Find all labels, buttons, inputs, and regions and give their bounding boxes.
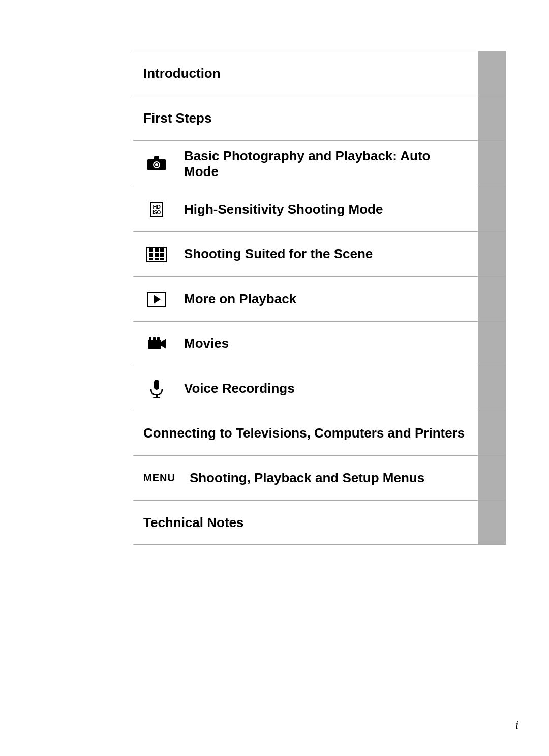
- svg-rect-7: [155, 248, 159, 252]
- toc-row: Connecting to Televisions, Computers and…: [133, 411, 506, 455]
- svg-rect-1: [154, 156, 159, 160]
- svg-rect-15: [148, 340, 161, 349]
- svg-rect-8: [160, 248, 164, 252]
- svg-rect-13: [155, 258, 159, 260]
- toc-item-playback: More on Playback: [133, 277, 478, 321]
- iso-icon: HD ISO: [143, 202, 170, 217]
- toc-item-movies: Movies: [133, 322, 478, 366]
- toc-tab-connecting: [478, 411, 506, 455]
- toc-item-high-sensitivity: HD ISO High-Sensitivity Shooting Mode: [133, 187, 478, 231]
- toc-tab-high-sensitivity: [478, 187, 506, 231]
- svg-rect-21: [156, 395, 158, 397]
- toc-tab-technical: [478, 501, 506, 544]
- svg-rect-12: [149, 258, 153, 260]
- svg-rect-14: [160, 258, 164, 260]
- toc-item-basic-photography: Basic Photography and Playback: Auto Mod…: [133, 141, 478, 187]
- toc-row: MENU Shooting, Playback and Setup Menus: [133, 455, 506, 500]
- toc-label-technical: Technical Notes: [143, 515, 243, 531]
- svg-rect-17: [149, 337, 151, 340]
- toc-item-scene: Shooting Suited for the Scene: [133, 232, 478, 276]
- svg-rect-19: [157, 337, 160, 340]
- toc-label-playback: More on Playback: [184, 291, 296, 307]
- movie-icon: [143, 336, 170, 352]
- toc-row: Basic Photography and Playback: Auto Mod…: [133, 140, 506, 187]
- toc-item-introduction: Introduction: [133, 51, 478, 96]
- page-container: Introduction First Steps: [0, 0, 549, 756]
- svg-point-4: [155, 163, 158, 166]
- toc-tab-scene: [478, 232, 506, 276]
- toc-label-first-steps: First Steps: [143, 110, 211, 126]
- toc-item-first-steps: First Steps: [133, 96, 478, 140]
- svg-marker-16: [161, 339, 166, 349]
- toc-label-basic-photography: Basic Photography and Playback: Auto Mod…: [184, 148, 468, 180]
- play-icon: [143, 292, 170, 307]
- toc-row: Shooting Suited for the Scene: [133, 231, 506, 276]
- svg-rect-5: [162, 161, 164, 162]
- toc-label-high-sensitivity: High-Sensitivity Shooting Mode: [184, 201, 383, 217]
- page-number: i: [515, 718, 518, 732]
- toc-tab-introduction: [478, 51, 506, 96]
- toc-row: Technical Notes: [133, 500, 506, 545]
- toc-table: Introduction First Steps: [133, 51, 506, 545]
- svg-rect-9: [149, 253, 153, 257]
- toc-row: HD ISO High-Sensitivity Shooting Mode: [133, 187, 506, 231]
- toc-item-technical: Technical Notes: [133, 501, 478, 544]
- svg-rect-20: [154, 380, 159, 390]
- toc-label-scene: Shooting Suited for the Scene: [184, 246, 373, 262]
- toc-tab-first-steps: [478, 96, 506, 140]
- toc-tab-voice: [478, 366, 506, 411]
- svg-rect-11: [160, 253, 164, 257]
- svg-rect-22: [153, 397, 160, 398]
- toc-label-introduction: Introduction: [143, 66, 221, 81]
- svg-rect-10: [155, 253, 159, 257]
- toc-label-connecting: Connecting to Televisions, Computers and…: [143, 425, 465, 441]
- toc-label-voice: Voice Recordings: [184, 381, 295, 396]
- toc-row: First Steps: [133, 96, 506, 140]
- toc-row: Voice Recordings: [133, 366, 506, 411]
- camera-icon: [143, 156, 170, 171]
- scene-icon: [143, 247, 170, 262]
- toc-tab-playback: [478, 277, 506, 321]
- toc-label-menus: Shooting, Playback and Setup Menus: [190, 470, 424, 486]
- toc-item-voice: Voice Recordings: [133, 366, 478, 411]
- toc-tab-basic-photography: [478, 141, 506, 187]
- toc-row: Introduction: [133, 51, 506, 96]
- toc-item-connecting: Connecting to Televisions, Computers and…: [133, 411, 478, 455]
- toc-row: Movies: [133, 321, 506, 366]
- menu-text-icon: MENU: [143, 472, 175, 484]
- mic-icon: [143, 380, 170, 398]
- toc-tab-menus: [478, 456, 506, 500]
- toc-row: More on Playback: [133, 276, 506, 321]
- toc-label-movies: Movies: [184, 336, 229, 352]
- svg-rect-6: [149, 248, 153, 252]
- toc-item-menus: MENU Shooting, Playback and Setup Menus: [133, 456, 478, 500]
- svg-rect-18: [153, 337, 156, 340]
- toc-tab-movies: [478, 322, 506, 366]
